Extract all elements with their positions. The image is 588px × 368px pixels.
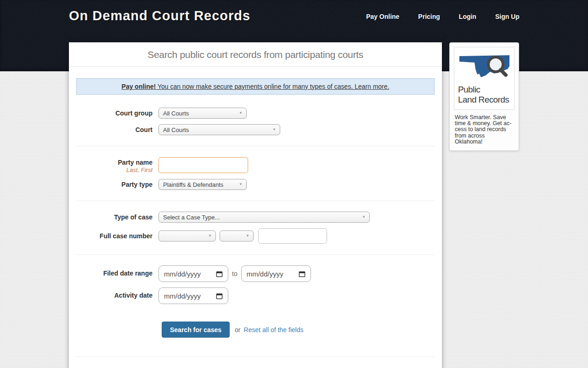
reset-fields-link[interactable]: Reset all of the fields [244,326,304,334]
filed-date-from-input[interactable]: mm/dd/yyyy [158,265,228,282]
court-group-select[interactable]: All Courts ▼ [158,108,247,119]
chevron-down-icon: ▼ [239,111,243,115]
section-divider [76,146,435,146]
filed-date-row: Filed date range mm/dd/yyyy to mm/dd/yyy… [76,265,435,282]
case-number-year-select[interactable]: ▼ [220,230,254,242]
date-placeholder: mm/dd/yyyy [247,270,283,278]
chevron-down-icon: ▼ [208,234,212,238]
party-type-label: Party type [76,179,153,190]
section-divider [76,254,435,255]
chevron-down-icon: ▼ [239,183,243,187]
chevron-down-icon: ▼ [362,215,366,219]
case-type-selected-value: Select a Case Type... [163,214,220,221]
party-type-row: Party type Plaintiffs & Defendants ▼ [76,179,435,190]
court-selected-value: All Courts [163,126,189,133]
case-number-row: Full case number ▼ ▼ [76,228,435,244]
chevron-down-icon: ▼ [246,234,249,238]
case-number-label: Full case number [76,228,153,244]
nav-pricing[interactable]: Pricing [418,13,440,20]
case-number-input[interactable] [258,228,327,244]
case-type-label: Type of case [76,212,153,223]
court-row: Court All Courts ▼ [76,124,435,135]
party-name-input[interactable] [158,157,248,173]
court-label: Court [76,124,153,135]
logo-line2: Land Records [458,95,510,105]
party-name-label-text: Party name [118,159,153,166]
court-group-row: Court group All Courts ▼ [76,108,435,119]
site-logo[interactable]: On Demand Court Records [69,8,250,23]
chevron-down-icon: ▼ [272,127,276,132]
party-name-row: Party name Last, First [76,157,435,173]
party-name-label: Party name Last, First [76,157,153,173]
banner-rest-text: You can now make secure payments online … [156,83,389,90]
date-placeholder: mm/dd/yyyy [164,292,201,300]
case-number-prefix-select[interactable]: ▼ [158,230,216,242]
search-form: Court group All Courts ▼ Court All Court… [69,95,442,338]
court-group-label: Court group [76,108,153,119]
top-nav: Pay Online Pricing Login Sign Up [366,13,520,20]
public-land-records-widget: Public Land Records Work Smarter. Save t… [449,42,519,151]
page-title: Search public court records from partici… [69,42,442,67]
case-type-select[interactable]: Select a Case Type... ▼ [158,212,370,223]
activity-date-input[interactable]: mm/dd/yyyy [158,288,228,304]
party-name-hint: Last, First [76,167,153,174]
party-type-select[interactable]: Plaintiffs & Defendants ▼ [158,179,247,190]
activity-date-row: Activity date mm/dd/yyyy [76,288,435,304]
search-for-cases-button[interactable]: Search for cases [162,322,230,338]
calendar-icon[interactable] [299,270,305,277]
pay-online-banner-link[interactable]: Pay online! You can now make secure paym… [122,83,390,90]
footer-divider [76,356,435,357]
date-range-to-text: to [232,270,237,277]
logo-text: Public Land Records [458,85,510,105]
widget-description: Work Smarter. Save time & money. Get ac-… [454,115,514,145]
case-type-row: Type of case Select a Case Type... ▼ [76,212,435,223]
court-select[interactable]: All Courts ▼ [158,124,280,135]
nav-pay-online[interactable]: Pay Online [366,13,399,20]
public-land-records-logo[interactable]: Public Land Records [454,47,514,110]
logo-line1: Public [458,85,510,95]
calendar-icon[interactable] [216,270,223,277]
nav-login[interactable]: Login [459,13,476,20]
filed-date-label: Filed date range [76,265,153,282]
calendar-icon[interactable] [216,293,223,299]
court-group-selected-value: All Courts [163,110,189,117]
pay-online-banner: Pay online! You can now make secure paym… [76,78,435,95]
oklahoma-map-icon [458,51,511,82]
banner-lead-text: Pay online! [122,83,156,90]
filed-date-to-input[interactable]: mm/dd/yyyy [241,265,311,282]
activity-date-label: Activity date [76,288,153,304]
section-divider [76,201,435,201]
search-panel: Search public court records from partici… [69,42,442,368]
party-type-selected-value: Plaintiffs & Defendants [163,181,223,188]
date-placeholder: mm/dd/yyyy [164,270,201,278]
submit-row: Search for cases or Reset all of the fie… [162,322,435,338]
nav-sign-up[interactable]: Sign Up [495,13,520,20]
or-text: or [235,326,240,334]
